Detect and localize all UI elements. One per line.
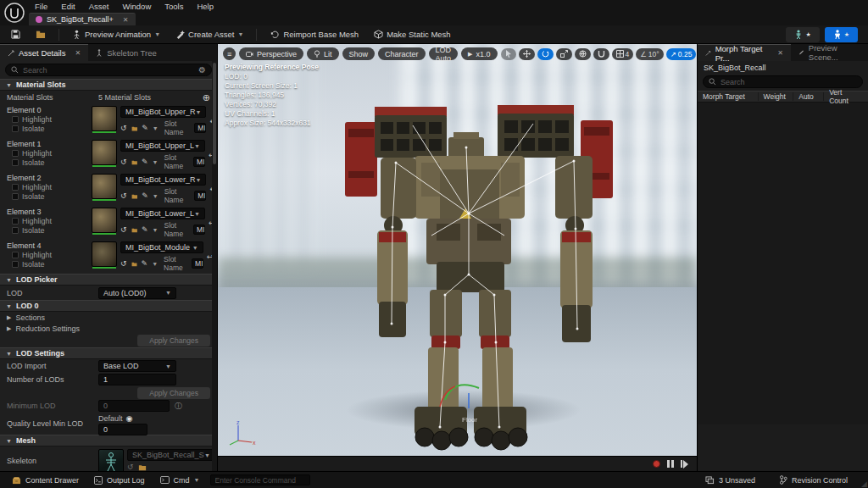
- world-local-toggle-button[interactable]: [575, 48, 591, 60]
- material-combo[interactable]: MI_BigBot_Lower_L▼: [120, 208, 205, 219]
- skeleton-dropdown[interactable]: SK_BigBot_Recall_Skeleton▼: [127, 449, 215, 461]
- settings-gear-icon[interactable]: ⚙: [198, 65, 206, 75]
- section-lod-settings[interactable]: ▼LOD Settings: [0, 347, 217, 359]
- playback-speed-button[interactable]: ▶ x1.0: [461, 47, 497, 60]
- grid-snap-button[interactable]: 4: [612, 48, 634, 60]
- material-combo[interactable]: MI_BigBot_Upper_L▼: [120, 140, 205, 152]
- use-selected-icon[interactable]: ↺: [120, 158, 127, 166]
- edit-material-icon[interactable]: ✎: [142, 124, 148, 132]
- sections-row[interactable]: ▶Sections: [0, 312, 217, 323]
- step-forward-button[interactable]: [681, 460, 688, 469]
- rotation-snap-button[interactable]: ∠ 10°: [636, 48, 663, 60]
- perspective-button[interactable]: Perspective: [239, 47, 303, 60]
- make-static-mesh-button[interactable]: Make Static Mesh: [368, 28, 457, 41]
- lod-auto-button[interactable]: LOD Auto: [429, 47, 459, 60]
- 3d-viewport[interactable]: Floor ≡ Perspective Lit Show Character L…: [218, 44, 697, 471]
- quality-settings-icon[interactable]: ◉: [126, 414, 133, 423]
- browse-icon[interactable]: [131, 260, 137, 268]
- material-thumbnail[interactable]: [92, 140, 117, 165]
- section-lod-picker[interactable]: ▼LOD Picker: [0, 274, 217, 286]
- lit-mode-button[interactable]: Lit: [307, 47, 339, 60]
- edit-material-icon[interactable]: ✎: [142, 158, 148, 166]
- tab-preview-scene[interactable]: Preview Scene...: [791, 44, 868, 61]
- edit-material-icon[interactable]: ✎: [142, 191, 148, 200]
- isolate-checkbox[interactable]: [12, 227, 19, 234]
- close-icon[interactable]: ✕: [75, 49, 81, 57]
- section-mesh[interactable]: ▼Mesh: [0, 435, 217, 446]
- highlight-checkbox[interactable]: [12, 150, 19, 157]
- lod-import-dropdown[interactable]: Base LOD▼: [98, 360, 176, 372]
- search-input[interactable]: [23, 66, 194, 75]
- column-morph-target[interactable]: Morph Target: [698, 92, 759, 101]
- pause-button[interactable]: [667, 460, 674, 468]
- resize-grip[interactable]: ◢: [861, 480, 867, 488]
- chevron-down-icon[interactable]: ▼: [153, 227, 159, 233]
- use-selected-icon[interactable]: ↺: [127, 463, 134, 471]
- browse-icon[interactable]: [131, 158, 137, 166]
- apply-changes-button[interactable]: Apply Changes: [137, 387, 210, 399]
- use-selected-icon[interactable]: ↺: [120, 259, 127, 268]
- add-material-slot-icon[interactable]: ⊕: [203, 92, 210, 103]
- tab-morph-target-preview[interactable]: Morph Target Pr... ✕: [698, 44, 791, 61]
- section-material-slots[interactable]: ▼ Material Slots: [0, 79, 217, 91]
- browse-icon[interactable]: [131, 192, 138, 200]
- column-weight[interactable]: Weight: [759, 92, 794, 101]
- slot-name-input[interactable]: MI: [194, 123, 206, 133]
- highlight-checkbox[interactable]: [12, 116, 19, 123]
- slot-name-input[interactable]: MI: [193, 225, 205, 235]
- cmd-selector-button[interactable]: Cmd ▼: [155, 472, 205, 488]
- chevron-down-icon[interactable]: ▼: [153, 193, 159, 199]
- slot-name-input[interactable]: MI: [192, 258, 203, 269]
- column-auto[interactable]: Auto: [793, 92, 824, 101]
- console-command-input[interactable]: [210, 474, 310, 485]
- browse-icon[interactable]: [131, 226, 137, 234]
- isolate-checkbox[interactable]: [12, 159, 19, 166]
- use-selected-icon[interactable]: ↺: [120, 225, 127, 234]
- character-menu-button[interactable]: Character: [378, 47, 426, 60]
- unreal-logo[interactable]: [3, 2, 25, 24]
- surface-snapping-button[interactable]: [593, 48, 609, 60]
- skeleton-mode-button[interactable]: ★: [786, 27, 819, 42]
- reduction-settings-row[interactable]: ▶Reduction Settings: [0, 323, 217, 334]
- asset-tab[interactable]: SK_BigBot_Recall+ ✕: [29, 13, 136, 25]
- skeleton-thumbnail[interactable]: [98, 449, 124, 471]
- close-icon[interactable]: ✕: [777, 49, 783, 57]
- isolate-checkbox[interactable]: [12, 193, 19, 200]
- chevron-down-icon[interactable]: ▼: [152, 261, 158, 267]
- material-combo[interactable]: MI_BigBot_Upper_R▼: [120, 106, 206, 118]
- quality-min-lod-input[interactable]: 0: [98, 424, 147, 435]
- num-lods-input[interactable]: 1: [98, 374, 176, 385]
- asset-details-search[interactable]: ⚙: [5, 64, 212, 76]
- menu-tools[interactable]: Tools: [159, 2, 189, 11]
- material-thumbnail[interactable]: [92, 208, 117, 233]
- create-asset-button[interactable]: Create Asset ▼: [170, 28, 249, 41]
- morph-target-search[interactable]: [703, 75, 863, 88]
- scale-tool-button[interactable]: [556, 48, 572, 60]
- material-combo[interactable]: MI_BigBot_Module▼: [120, 241, 203, 253]
- section-lod0[interactable]: ▼LOD 0: [0, 300, 217, 312]
- mesh-mode-button[interactable]: ★: [825, 27, 858, 42]
- minimum-lod-input[interactable]: 0: [98, 400, 170, 412]
- highlight-checkbox[interactable]: [12, 184, 19, 191]
- use-selected-icon[interactable]: ↺: [120, 191, 127, 200]
- isolate-checkbox[interactable]: [12, 261, 19, 268]
- material-thumbnail[interactable]: [92, 174, 117, 199]
- highlight-checkbox[interactable]: [12, 252, 19, 258]
- browse-icon[interactable]: [131, 125, 138, 132]
- material-combo[interactable]: MI_BigBot_Lower_R▼: [120, 174, 206, 186]
- save-button[interactable]: [5, 28, 26, 41]
- reimport-base-mesh-button[interactable]: Reimport Base Mesh: [264, 28, 364, 41]
- show-menu-button[interactable]: Show: [342, 47, 376, 60]
- output-log-button[interactable]: Output Log: [89, 472, 150, 488]
- slot-name-input[interactable]: MI: [194, 191, 206, 201]
- tab-asset-details[interactable]: Asset Details ✕: [0, 44, 88, 61]
- select-tool-button[interactable]: [501, 48, 516, 60]
- morph-search-input[interactable]: [721, 78, 857, 86]
- revision-control-button[interactable]: Revision Control: [774, 472, 853, 488]
- apply-changes-button[interactable]: Apply Changes: [137, 335, 210, 347]
- use-selected-icon[interactable]: ↺: [120, 124, 127, 132]
- highlight-checkbox[interactable]: [12, 218, 19, 225]
- chevron-down-icon[interactable]: ▼: [153, 159, 159, 165]
- tab-close-icon[interactable]: ✕: [123, 16, 129, 24]
- menu-window[interactable]: Window: [116, 2, 157, 11]
